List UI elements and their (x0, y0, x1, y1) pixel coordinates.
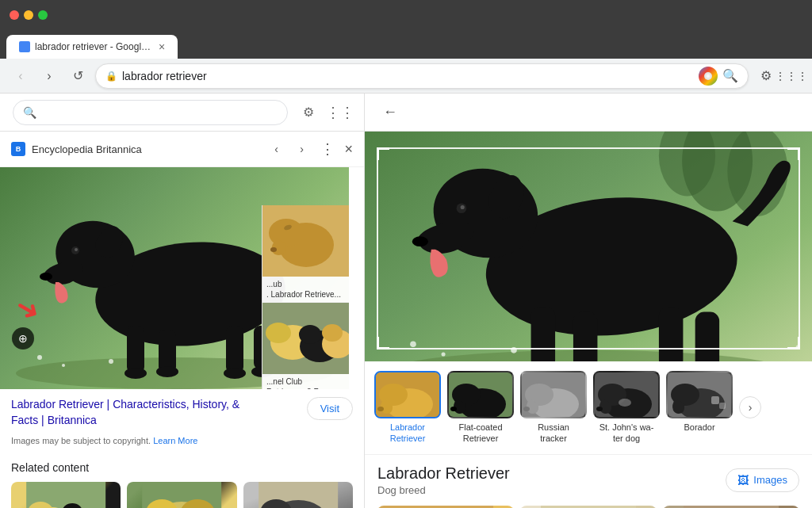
back-button[interactable]: ‹ (10, 65, 32, 87)
related-item-1[interactable]: Daily Paws How Many Types of... (11, 482, 121, 508)
svg-point-30 (322, 324, 343, 342)
result-info-row: Labrador Retriever Dog breed 🖼 Images (365, 455, 812, 499)
tab-bar: labrador retriever - Google Search × (0, 30, 812, 59)
thumbnail-multi-svg (262, 303, 349, 374)
svg-point-15 (37, 355, 42, 360)
lens-main-image (365, 132, 812, 361)
related-thumb-2 (127, 482, 236, 508)
card-next-button[interactable]: › (292, 139, 311, 159)
left-panel: 🔍 ⚙ ⋮⋮ B Encyclopedia Britannica ‹ › ⋮ × (0, 94, 365, 508)
thumbnail-item-1[interactable]: ...ub. Labrador Retrieve... (262, 205, 349, 303)
svg-point-4 (40, 273, 52, 281)
similar-label-borador: Borador (666, 422, 733, 433)
apps-grid-icon[interactable]: ⋮⋮ (329, 101, 351, 124)
visit-button[interactable]: Visit (307, 397, 353, 420)
similar-label-flatcoated: Flat-coatedRetriever (447, 422, 514, 445)
settings-button[interactable]: ⚙ (755, 65, 777, 87)
svg-point-11 (124, 368, 147, 379)
main-image: ➜ ⊕ (0, 167, 349, 389)
similar-thumb-dark (593, 371, 660, 418)
corner-top-right (787, 147, 800, 160)
similar-svg-bw (522, 372, 587, 418)
svg-point-74 (377, 407, 384, 411)
search-button[interactable]: 🔍 (722, 68, 738, 83)
similar-label-stjohns: St. John's wa-ter dog (593, 422, 660, 445)
learn-more-link[interactable]: Learn More (153, 436, 197, 445)
thumbnail-golden-lab (262, 205, 349, 277)
lens-back-button[interactable]: ← (377, 100, 403, 125)
corner-bottom-right (787, 337, 800, 349)
svg-point-86 (596, 407, 603, 411)
similar-thumb-golden (374, 371, 441, 418)
bottom-svg-3 (663, 506, 799, 508)
britannica-icon: B (11, 142, 25, 156)
bottom-image-1 (377, 506, 514, 508)
bottom-svg-2 (520, 506, 657, 508)
similar-item-borador[interactable]: Borador (666, 371, 733, 433)
settings-icon[interactable]: ⚙ (297, 101, 320, 124)
copyright-notice: Images may be subject to copyright. Lear… (0, 436, 364, 452)
svg-point-17 (109, 359, 113, 364)
result-subtitle: Dog breed (377, 484, 510, 496)
svg-rect-9 (226, 326, 243, 373)
related-svg-1 (11, 482, 121, 508)
maximize-window-button[interactable] (38, 10, 48, 20)
google-lens-button[interactable] (699, 67, 718, 86)
card-close-button[interactable]: × (344, 141, 353, 158)
images-button[interactable]: 🖼 Images (726, 468, 799, 492)
svg-point-78 (450, 407, 457, 411)
svg-point-22 (270, 247, 277, 252)
search-toolbar: 🔍 ⚙ ⋮⋮ (0, 94, 364, 132)
minimize-window-button[interactable] (24, 10, 33, 20)
card-header: B Encyclopedia Britannica ‹ › ⋮ × (0, 132, 364, 167)
active-tab[interactable]: labrador retriever - Google Search × (6, 35, 178, 59)
images-icon: 🖼 (737, 474, 749, 487)
image-title[interactable]: Labrador Retriever | Characteristics, Hi… (11, 397, 265, 428)
search-icon: 🔍 (23, 106, 36, 119)
similar-item-russian[interactable]: Russiantracker (520, 371, 587, 445)
related-thumb-1 (11, 482, 121, 508)
tab-close-button[interactable]: × (159, 40, 165, 53)
related-grid: Daily Paws How Many Types of... (11, 482, 353, 508)
reload-button[interactable]: ↺ (67, 65, 89, 87)
address-bar[interactable]: 🔒 labrador retriever 🔍 (95, 63, 749, 89)
traffic-lights (10, 10, 48, 20)
related-item-3[interactable]: DogTime Labrador Retriever Dog... (243, 482, 353, 508)
thumbnail-multi-lab (262, 303, 349, 374)
svg-rect-92 (719, 403, 726, 409)
svg-rect-7 (127, 326, 144, 373)
lens-selection-box (377, 147, 800, 349)
similar-label-labrador: LabradorRetriever (374, 422, 441, 445)
svg-point-82 (523, 407, 530, 411)
related-item-2[interactable]: PetMD (127, 482, 236, 508)
svg-point-6 (75, 248, 78, 251)
similar-thumb-black (447, 371, 514, 418)
svg-rect-91 (711, 396, 719, 404)
forward-button[interactable]: › (38, 65, 60, 87)
thumbnail-item-2[interactable]: ...nel ClubRetrievers: 8 Fun Facts... (262, 303, 349, 389)
search-bar[interactable]: 🔍 (13, 100, 288, 125)
right-header: ← (365, 94, 812, 132)
bottom-svg-1 (377, 506, 514, 508)
svg-rect-99 (684, 506, 779, 508)
crosshair-icon[interactable]: ⊕ (12, 327, 34, 349)
thumbnail-dog-svg (262, 205, 349, 277)
similar-item-flatcoated[interactable]: Flat-coatedRetriever (447, 371, 514, 445)
card-prev-button[interactable]: ‹ (266, 139, 285, 159)
thumb-label-2: ...nel ClubRetrievers: 8 Fun Facts... (262, 374, 349, 389)
browser-frame: labrador retriever - Google Search × ‹ ›… (0, 0, 812, 508)
similar-row: LabradorRetriever Flat-coatedRetriever (365, 361, 812, 455)
similar-svg-dark (595, 372, 660, 418)
card-menu-button[interactable]: ⋮ (320, 140, 335, 158)
related-svg-2 (127, 482, 236, 508)
thumbnail-sidebar: ...ub. Labrador Retrieve... (262, 205, 349, 389)
apps-button[interactable]: ⋮⋮⋮ (780, 65, 802, 87)
bottom-image-3 (663, 506, 799, 508)
similar-item-labrador[interactable]: LabradorRetriever (374, 371, 441, 445)
similar-item-stjohns[interactable]: St. John's wa-ter dog (593, 371, 660, 445)
close-window-button[interactable] (10, 10, 19, 20)
related-thumb-3 (243, 482, 353, 508)
lock-icon: 🔒 (105, 71, 117, 82)
corner-top-left (377, 147, 389, 160)
similar-next-button[interactable]: › (739, 396, 761, 418)
